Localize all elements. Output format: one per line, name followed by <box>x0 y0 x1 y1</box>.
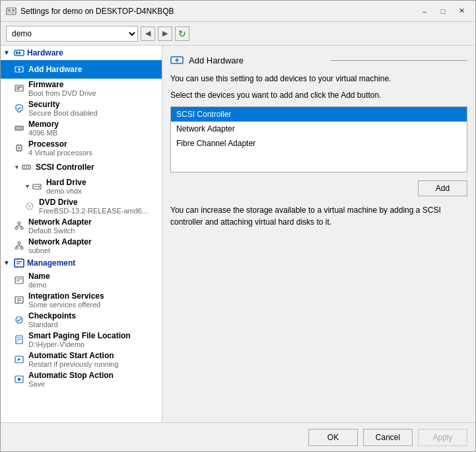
add-hardware-icon <box>14 64 24 75</box>
hardware-icon <box>14 48 24 58</box>
security-stack: Security Secure Boot disabled <box>28 100 98 117</box>
svg-rect-11 <box>17 87 22 88</box>
security-sublabel: Secure Boot disabled <box>28 109 98 117</box>
svg-rect-35 <box>15 227 18 229</box>
checkpoints-label: Checkpoints <box>28 311 76 320</box>
svg-rect-12 <box>17 89 20 90</box>
svg-rect-66 <box>18 378 20 381</box>
back-button[interactable]: ◀ <box>141 26 155 41</box>
sidebar-item-auto-start[interactable]: Automatic Start Action Restart if previo… <box>1 350 162 369</box>
toolbar: demo ◀ ▶ ↻ <box>1 22 475 46</box>
sidebar-item-firmware[interactable]: Firmware Boot from DVD Drive <box>1 79 162 98</box>
name-label: Name <box>28 272 50 281</box>
close-button[interactable]: ✕ <box>453 5 470 18</box>
main-content: ▼ Hardware Add Hardwa <box>1 46 475 422</box>
minimize-button[interactable]: – <box>416 5 433 18</box>
panel-title-icon <box>170 54 184 67</box>
sidebar-item-network-2[interactable]: Network Adapter subnet <box>1 236 162 256</box>
hardware-section-header[interactable]: ▼ Hardware <box>1 46 162 60</box>
network1-sublabel: Default Switch <box>28 227 92 235</box>
sidebar-item-smart-paging[interactable]: Smart Paging File Location D:\Hyper-V\de… <box>1 330 162 350</box>
memory-icon <box>14 123 24 133</box>
svg-rect-36 <box>20 227 23 229</box>
add-hardware-label: Add Hardware <box>28 65 82 74</box>
device-scsi-label: SCSI Controller <box>176 110 231 119</box>
sidebar-item-scsi[interactable]: ▼ SCSI Controller <box>1 158 162 176</box>
security-icon <box>14 103 24 114</box>
device-item-fibre[interactable]: Fibre Channel Adapter <box>171 136 467 151</box>
main-window: Settings for demo on DESKTOP-D4NKBQB – □… <box>0 0 476 452</box>
name-sublabel: demo <box>28 281 50 289</box>
management-section-header[interactable]: ▼ Management <box>1 256 162 270</box>
sidebar-item-auto-stop[interactable]: Automatic Stop Action Save <box>1 369 162 389</box>
scsi-label: SCSI Controller <box>36 163 94 172</box>
add-button-row: Add <box>170 180 467 196</box>
ok-button[interactable]: OK <box>308 429 358 446</box>
forward-button[interactable]: ▶ <box>158 26 172 41</box>
auto-stop-sublabel: Save <box>28 380 114 388</box>
device-fibre-label: Fibre Channel Adapter <box>176 139 255 148</box>
hdd-expand-icon: ▼ <box>24 183 30 190</box>
panel-divider <box>331 60 467 61</box>
sidebar-item-add-hardware[interactable]: Add Hardware <box>1 60 162 79</box>
network1-icon <box>14 221 24 231</box>
sidebar-item-checkpoints[interactable]: Checkpoints Standard <box>1 310 162 330</box>
hdd-sublabel: demo.vhdx <box>46 187 86 195</box>
management-icon <box>14 258 24 268</box>
sidebar-item-hard-drive[interactable]: ▼ Hard Drive demo.vhdx <box>1 176 162 196</box>
sidebar-item-security[interactable]: Security Secure Boot disabled <box>1 98 162 118</box>
name-icon <box>14 275 24 285</box>
checkpoints-icon <box>14 315 24 325</box>
refresh-button[interactable]: ↻ <box>175 26 189 41</box>
sidebar-item-dvd[interactable]: DVD Drive FreeBSD-13.2-RELEASE-amd6... <box>1 196 162 216</box>
memory-label: Memory <box>28 120 59 129</box>
dvd-stack: DVD Drive FreeBSD-13.2-RELEASE-amd6... <box>39 198 148 215</box>
svg-rect-51 <box>15 277 23 283</box>
svg-rect-3 <box>8 12 15 13</box>
sidebar-item-processor[interactable]: Processor 4 Virtual processors <box>1 138 162 158</box>
network1-stack: Network Adapter Default Switch <box>28 217 92 235</box>
auto-start-icon <box>14 354 24 365</box>
device-item-scsi[interactable]: SCSI Controller <box>171 107 467 122</box>
integration-stack: Integration Services Some services offer… <box>28 291 104 309</box>
apply-button[interactable]: Apply <box>418 429 467 446</box>
sidebar-item-network-1[interactable]: Network Adapter Default Switch <box>1 216 162 236</box>
smart-paging-label: Smart Paging File Location <box>28 331 131 340</box>
processor-sublabel: 4 Virtual processors <box>28 149 92 157</box>
processor-label: Processor <box>28 139 92 149</box>
auto-stop-stack: Automatic Stop Action Save <box>28 371 114 388</box>
smart-paging-stack: Smart Paging File Location D:\Hyper-V\de… <box>28 331 131 348</box>
description-text: You can increase the storage available t… <box>170 204 467 228</box>
checkpoints-sublabel: Standard <box>28 320 76 328</box>
device-list: SCSI Controller Network Adapter Fibre Ch… <box>170 106 467 172</box>
maximize-button[interactable]: □ <box>434 5 452 18</box>
right-panel: Add Hardware You can use this setting to… <box>162 46 475 422</box>
integration-sublabel: Some services offered <box>28 301 104 309</box>
cancel-button[interactable]: Cancel <box>363 429 413 446</box>
svg-rect-1 <box>8 9 11 11</box>
svg-point-33 <box>29 206 31 207</box>
svg-point-30 <box>38 186 40 187</box>
device-item-network[interactable]: Network Adapter <box>171 122 467 136</box>
management-section-label: Management <box>27 258 75 268</box>
sidebar-item-memory[interactable]: Memory 4096 MB <box>1 118 162 138</box>
checkpoints-stack: Checkpoints Standard <box>28 311 76 328</box>
svg-rect-10 <box>15 85 23 91</box>
sidebar-item-name[interactable]: Name demo <box>1 270 162 290</box>
name-stack: Name demo <box>28 272 50 289</box>
vm-selector[interactable]: demo <box>6 26 138 42</box>
scsi-stack: SCSI Controller <box>36 163 94 172</box>
smart-paging-sublabel: D:\Hyper-V\demo <box>28 340 131 348</box>
firmware-icon <box>14 83 24 94</box>
window-icon <box>6 6 17 17</box>
svg-rect-41 <box>18 242 20 244</box>
svg-rect-59 <box>16 336 22 344</box>
svg-rect-48 <box>15 259 24 267</box>
device-network-label: Network Adapter <box>176 124 235 133</box>
add-device-button[interactable]: Add <box>418 180 467 196</box>
sidebar-item-integration[interactable]: Integration Services Some services offer… <box>1 290 162 310</box>
svg-rect-43 <box>20 247 23 249</box>
smart-paging-icon <box>14 334 24 345</box>
svg-rect-6 <box>18 52 20 54</box>
title-bar: Settings for demo on DESKTOP-D4NKBQB – □… <box>1 1 475 22</box>
